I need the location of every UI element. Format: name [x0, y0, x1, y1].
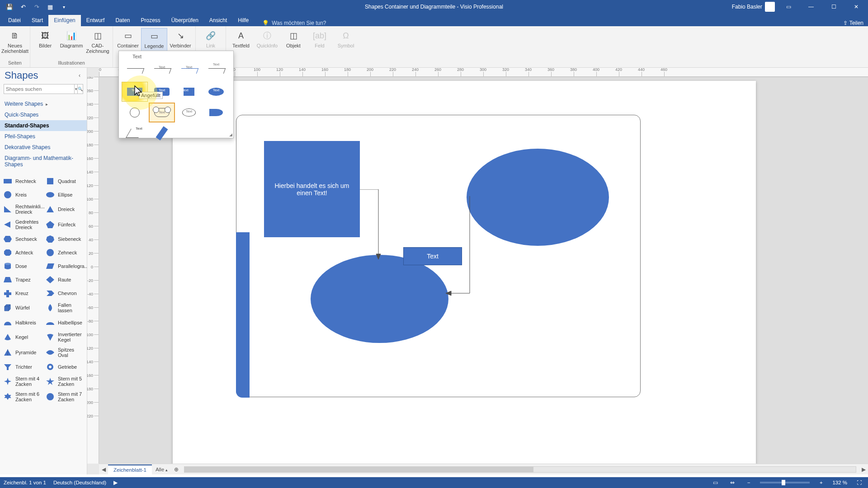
hscrollbar[interactable]: [184, 466, 856, 473]
shape-item[interactable]: Siebeneck: [43, 232, 86, 246]
search-icon[interactable]: 🔍: [77, 84, 83, 94]
connector-button[interactable]: ↘Verbinder: [167, 28, 193, 50]
ellipse-shape-1[interactable]: [311, 255, 448, 343]
legend-option-circle[interactable]: [122, 103, 148, 122]
shape-item[interactable]: Rechteck: [1, 174, 43, 188]
fit-width-icon[interactable]: ⇔: [727, 479, 737, 487]
tab-scroll-right-icon[interactable]: ▶: [859, 465, 868, 474]
shape-item[interactable]: Kegel: [1, 329, 43, 345]
share-button[interactable]: Teilen: [849, 20, 863, 26]
legend-option-line-1[interactable]: [122, 61, 148, 81]
category-item[interactable]: Quick-Shapes: [0, 109, 87, 120]
chart-button[interactable]: 📊Diagramm: [58, 28, 85, 50]
legend-option-line-2[interactable]: Text: [149, 61, 175, 81]
tab-datei[interactable]: Datei: [3, 15, 26, 26]
fit-page-icon[interactable]: ⛶: [854, 479, 864, 487]
search-input[interactable]: [4, 86, 74, 92]
rectangle-shape[interactable]: Hierbei handelt es sich um einen Text!: [264, 141, 360, 237]
textfield-button[interactable]: ATextfeld: [228, 28, 254, 50]
legend-gallery-dropdown[interactable]: Text Text Text Text Text Text Text Text …: [118, 51, 234, 138]
shape-item[interactable]: Gedrehtes Dreieck: [1, 217, 43, 232]
connector-1[interactable]: [359, 189, 382, 262]
shape-item[interactable]: Stern mit 5 Zacken: [43, 374, 86, 389]
legend-option-drop[interactable]: [203, 103, 229, 122]
category-item[interactable]: Weitere Shapes: [0, 99, 87, 109]
tab-prozess[interactable]: Prozess: [135, 15, 165, 26]
shape-item[interactable]: Fallen lassen: [43, 300, 86, 315]
zoom-thumb[interactable]: [782, 480, 785, 485]
text-callout-shape[interactable]: Text: [403, 247, 462, 265]
shape-item[interactable]: Kreis: [1, 188, 43, 202]
legend-option-line-3[interactable]: Text: [176, 61, 202, 81]
maximize-icon[interactable]: ☐: [825, 0, 843, 13]
legend-option-oval[interactable]: Text: [203, 82, 229, 102]
shape-item[interactable]: Dreieck: [43, 202, 86, 217]
legend-option-bubble[interactable]: Text: [176, 103, 202, 122]
all-tab[interactable]: Alle ▴: [152, 465, 171, 474]
shape-item[interactable]: Parallelogra...: [43, 259, 86, 273]
presentation-view-icon[interactable]: ▭: [710, 479, 720, 487]
collapse-panel-icon[interactable]: ‹: [79, 72, 82, 79]
shape-item[interactable]: Kreuz: [1, 286, 43, 300]
tab-entwurf[interactable]: Entwurf: [81, 15, 110, 26]
zoom-out-button[interactable]: −: [745, 480, 753, 485]
minimize-icon[interactable]: —: [802, 0, 820, 13]
shapes-search[interactable]: ▾ 🔍: [4, 84, 83, 94]
cad-button[interactable]: ◫CAD- Zeichnung: [85, 28, 111, 56]
category-item[interactable]: Pfeil-Shapes: [0, 131, 87, 142]
legend-button[interactable]: ▭Legende: [141, 28, 167, 51]
legend-option-line-4[interactable]: Text: [203, 61, 229, 81]
category-item[interactable]: Standard-Shapes: [0, 120, 87, 131]
shape-item[interactable]: Halbkreis: [1, 316, 43, 329]
category-item[interactable]: Dekorative Shapes: [0, 142, 87, 153]
shape-item[interactable]: Zehneck: [43, 246, 86, 259]
container-button[interactable]: ▭Container: [115, 28, 141, 50]
shape-item[interactable]: Chevron: [43, 286, 86, 300]
add-page-button[interactable]: ⊕: [171, 466, 181, 473]
shape-item[interactable]: Getriebe: [43, 360, 86, 374]
category-item[interactable]: Diagramm- und Mathematik-Shapes: [0, 153, 87, 170]
tab-hilfe[interactable]: Hilfe: [232, 15, 254, 26]
shape-item[interactable]: Trapez: [1, 273, 43, 286]
legend-option-cloud[interactable]: Text: [149, 103, 175, 122]
redo-icon[interactable]: ↷: [31, 2, 42, 12]
close-icon[interactable]: ✕: [847, 0, 865, 13]
drawing-page[interactable]: Hierbei handelt es sich um einen Text! T…: [173, 81, 756, 464]
doc-icon[interactable]: ▦: [44, 2, 56, 12]
ribbon-display-icon[interactable]: ▭: [779, 0, 797, 13]
undo-icon[interactable]: ↶: [17, 2, 29, 12]
shape-item[interactable]: Trichter: [1, 360, 43, 374]
legend-option-flag[interactable]: Text: [176, 82, 202, 102]
save-icon[interactable]: 💾: [4, 2, 15, 12]
tab-scroll-left-icon[interactable]: ◀: [99, 465, 108, 474]
zoom-in-button[interactable]: +: [817, 480, 825, 485]
tab-überprüfen[interactable]: Überprüfen: [166, 15, 204, 26]
user-badge[interactable]: Fabio Basler: [732, 2, 775, 12]
pictures-button[interactable]: 🖼Bilder: [32, 28, 58, 50]
shape-item[interactable]: Dose: [1, 259, 43, 273]
hscroll-thumb[interactable]: [184, 467, 533, 472]
shape-item[interactable]: Halbellipse: [43, 316, 86, 329]
object-button[interactable]: ◫Objekt: [280, 28, 307, 50]
resize-grip-icon[interactable]: ◢: [229, 132, 232, 137]
page-tab-1[interactable]: Zeichenblatt-1: [108, 465, 152, 474]
ellipse-shape-2[interactable]: [467, 149, 609, 246]
search-dropdown-icon[interactable]: ▾: [74, 84, 77, 94]
tell-me[interactable]: 💡 Was möchten Sie tun?: [254, 20, 326, 26]
shape-item[interactable]: Pyramide: [1, 345, 43, 360]
new-page-button[interactable]: 🗎 Neues Zeichenblatt: [2, 28, 28, 56]
legend-option-bar[interactable]: [149, 123, 175, 143]
shape-item[interactable]: Raute: [43, 273, 86, 286]
qat-more-icon[interactable]: ▾: [58, 2, 70, 12]
shape-item[interactable]: Ellipse: [43, 188, 86, 202]
macro-icon[interactable]: ▶: [113, 479, 118, 486]
shape-item[interactable]: Quadrat: [43, 174, 86, 188]
shape-item[interactable]: Achteck: [1, 246, 43, 259]
tab-ansicht[interactable]: Ansicht: [204, 15, 232, 26]
shape-item[interactable]: Rechtwinkli... Dreieck: [1, 202, 43, 217]
tab-start[interactable]: Start: [26, 15, 48, 26]
tab-einfügen[interactable]: Einfügen: [48, 15, 80, 26]
shape-item[interactable]: Würfel: [1, 300, 43, 315]
legend-option-lnote[interactable]: Text: [122, 123, 148, 143]
zoom-slider[interactable]: [760, 482, 810, 483]
